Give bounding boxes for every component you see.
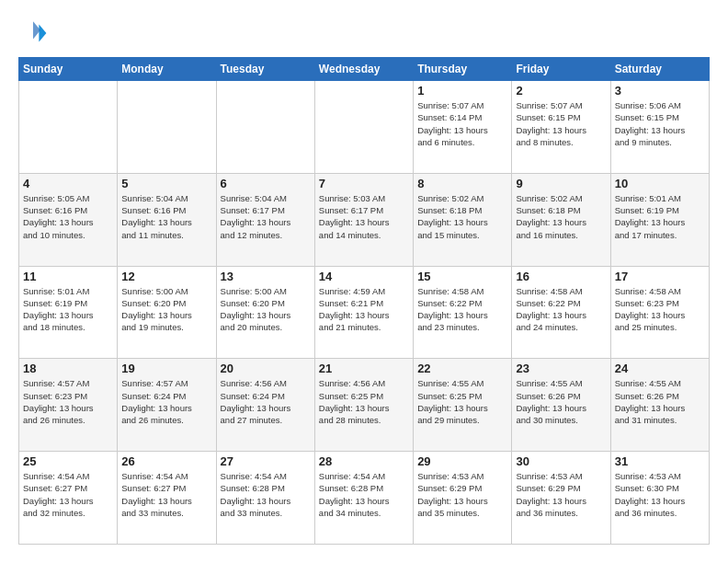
day-number: 5 <box>121 177 211 190</box>
cell-info: Sunrise: 4:55 AM Sunset: 6:26 PM Dayligh… <box>516 377 606 426</box>
calendar-cell <box>216 81 314 174</box>
cell-info: Sunrise: 4:57 AM Sunset: 6:24 PM Dayligh… <box>121 377 211 426</box>
calendar-cell: 27Sunrise: 4:54 AM Sunset: 6:28 PM Dayli… <box>216 452 314 545</box>
day-number: 23 <box>516 362 606 375</box>
day-number: 8 <box>417 177 507 190</box>
calendar-cell: 17Sunrise: 4:58 AM Sunset: 6:23 PM Dayli… <box>610 266 709 359</box>
weekday-header-row: SundayMondayTuesdayWednesdayThursdayFrid… <box>19 58 710 81</box>
svg-marker-0 <box>39 24 46 41</box>
calendar-cell: 2Sunrise: 5:07 AM Sunset: 6:15 PM Daylig… <box>512 81 610 174</box>
page: SundayMondayTuesdayWednesdayThursdayFrid… <box>0 0 728 563</box>
calendar-cell <box>118 81 216 174</box>
day-number: 25 <box>23 454 113 468</box>
calendar-cell: 29Sunrise: 4:53 AM Sunset: 6:29 PM Dayli… <box>414 452 512 545</box>
cell-info: Sunrise: 4:53 AM Sunset: 6:29 PM Dayligh… <box>516 470 606 519</box>
calendar-table: SundayMondayTuesdayWednesdayThursdayFrid… <box>18 57 710 545</box>
calendar-cell: 9Sunrise: 5:02 AM Sunset: 6:18 PM Daylig… <box>512 173 610 266</box>
calendar-cell: 25Sunrise: 4:54 AM Sunset: 6:27 PM Dayli… <box>19 452 118 545</box>
cell-info: Sunrise: 4:56 AM Sunset: 6:24 PM Dayligh… <box>221 377 311 426</box>
day-number: 28 <box>319 454 409 468</box>
cell-info: Sunrise: 4:54 AM Sunset: 6:28 PM Dayligh… <box>319 470 409 519</box>
cell-info: Sunrise: 4:59 AM Sunset: 6:21 PM Dayligh… <box>319 285 409 334</box>
header <box>18 18 710 48</box>
day-number: 15 <box>417 270 507 283</box>
logo-icon <box>18 18 48 48</box>
day-number: 3 <box>615 84 705 98</box>
calendar-week-row: 11Sunrise: 5:01 AM Sunset: 6:19 PM Dayli… <box>19 266 710 359</box>
weekday-header-saturday: Saturday <box>610 58 709 81</box>
day-number: 26 <box>121 454 211 468</box>
day-number: 22 <box>417 362 507 375</box>
calendar-cell: 20Sunrise: 4:56 AM Sunset: 6:24 PM Dayli… <box>216 359 314 452</box>
calendar-cell: 23Sunrise: 4:55 AM Sunset: 6:26 PM Dayli… <box>512 359 610 452</box>
day-number: 12 <box>121 270 211 283</box>
cell-info: Sunrise: 4:54 AM Sunset: 6:27 PM Dayligh… <box>23 470 113 519</box>
calendar-week-row: 18Sunrise: 4:57 AM Sunset: 6:23 PM Dayli… <box>19 359 710 452</box>
day-number: 6 <box>221 177 311 190</box>
calendar-week-row: 1Sunrise: 5:07 AM Sunset: 6:14 PM Daylig… <box>19 81 710 174</box>
cell-info: Sunrise: 5:01 AM Sunset: 6:19 PM Dayligh… <box>23 285 113 334</box>
calendar-cell: 31Sunrise: 4:53 AM Sunset: 6:30 PM Dayli… <box>610 452 709 545</box>
cell-info: Sunrise: 4:55 AM Sunset: 6:25 PM Dayligh… <box>417 377 507 426</box>
cell-info: Sunrise: 5:05 AM Sunset: 6:16 PM Dayligh… <box>23 192 113 241</box>
cell-info: Sunrise: 5:02 AM Sunset: 6:18 PM Dayligh… <box>516 192 606 241</box>
cell-info: Sunrise: 4:54 AM Sunset: 6:27 PM Dayligh… <box>121 470 211 519</box>
day-number: 4 <box>23 177 113 190</box>
day-number: 29 <box>417 454 507 468</box>
calendar-cell: 14Sunrise: 4:59 AM Sunset: 6:21 PM Dayli… <box>314 266 413 359</box>
day-number: 30 <box>516 454 606 468</box>
day-number: 24 <box>615 362 705 375</box>
weekday-header-wednesday: Wednesday <box>314 58 413 81</box>
calendar-cell: 15Sunrise: 4:58 AM Sunset: 6:22 PM Dayli… <box>414 266 512 359</box>
calendar-cell: 18Sunrise: 4:57 AM Sunset: 6:23 PM Dayli… <box>19 359 118 452</box>
calendar-cell: 28Sunrise: 4:54 AM Sunset: 6:28 PM Dayli… <box>314 452 413 545</box>
cell-info: Sunrise: 5:06 AM Sunset: 6:15 PM Dayligh… <box>615 99 705 148</box>
weekday-header-sunday: Sunday <box>19 58 118 81</box>
calendar-cell <box>19 81 118 174</box>
day-number: 27 <box>221 454 311 468</box>
calendar-cell: 3Sunrise: 5:06 AM Sunset: 6:15 PM Daylig… <box>610 81 709 174</box>
cell-info: Sunrise: 4:53 AM Sunset: 6:30 PM Dayligh… <box>615 470 705 519</box>
cell-info: Sunrise: 4:58 AM Sunset: 6:23 PM Dayligh… <box>615 285 705 334</box>
cell-info: Sunrise: 5:00 AM Sunset: 6:20 PM Dayligh… <box>121 285 211 334</box>
calendar-week-row: 25Sunrise: 4:54 AM Sunset: 6:27 PM Dayli… <box>19 452 710 545</box>
day-number: 10 <box>615 177 705 190</box>
cell-info: Sunrise: 5:03 AM Sunset: 6:17 PM Dayligh… <box>319 192 409 241</box>
cell-info: Sunrise: 4:54 AM Sunset: 6:28 PM Dayligh… <box>221 470 311 519</box>
cell-info: Sunrise: 4:58 AM Sunset: 6:22 PM Dayligh… <box>516 285 606 334</box>
calendar-cell: 11Sunrise: 5:01 AM Sunset: 6:19 PM Dayli… <box>19 266 118 359</box>
cell-info: Sunrise: 5:04 AM Sunset: 6:17 PM Dayligh… <box>221 192 311 241</box>
calendar-week-row: 4Sunrise: 5:05 AM Sunset: 6:16 PM Daylig… <box>19 173 710 266</box>
weekday-header-monday: Monday <box>118 58 216 81</box>
calendar-cell: 10Sunrise: 5:01 AM Sunset: 6:19 PM Dayli… <box>610 173 709 266</box>
cell-info: Sunrise: 5:01 AM Sunset: 6:19 PM Dayligh… <box>615 192 705 241</box>
cell-info: Sunrise: 5:07 AM Sunset: 6:15 PM Dayligh… <box>516 99 606 148</box>
calendar-cell: 7Sunrise: 5:03 AM Sunset: 6:17 PM Daylig… <box>314 173 413 266</box>
calendar-cell: 21Sunrise: 4:56 AM Sunset: 6:25 PM Dayli… <box>314 359 413 452</box>
calendar-cell: 22Sunrise: 4:55 AM Sunset: 6:25 PM Dayli… <box>414 359 512 452</box>
calendar-cell: 6Sunrise: 5:04 AM Sunset: 6:17 PM Daylig… <box>216 173 314 266</box>
day-number: 31 <box>615 454 705 468</box>
day-number: 1 <box>417 84 507 98</box>
calendar-cell: 1Sunrise: 5:07 AM Sunset: 6:14 PM Daylig… <box>414 81 512 174</box>
calendar-cell: 8Sunrise: 5:02 AM Sunset: 6:18 PM Daylig… <box>414 173 512 266</box>
calendar-cell: 5Sunrise: 5:04 AM Sunset: 6:16 PM Daylig… <box>118 173 216 266</box>
calendar-cell: 30Sunrise: 4:53 AM Sunset: 6:29 PM Dayli… <box>512 452 610 545</box>
day-number: 17 <box>615 270 705 283</box>
calendar-cell: 12Sunrise: 5:00 AM Sunset: 6:20 PM Dayli… <box>118 266 216 359</box>
weekday-header-tuesday: Tuesday <box>216 58 314 81</box>
day-number: 7 <box>319 177 409 190</box>
calendar-cell: 4Sunrise: 5:05 AM Sunset: 6:16 PM Daylig… <box>19 173 118 266</box>
cell-info: Sunrise: 4:53 AM Sunset: 6:29 PM Dayligh… <box>417 470 507 519</box>
cell-info: Sunrise: 4:58 AM Sunset: 6:22 PM Dayligh… <box>417 285 507 334</box>
calendar-cell: 16Sunrise: 4:58 AM Sunset: 6:22 PM Dayli… <box>512 266 610 359</box>
calendar-cell: 26Sunrise: 4:54 AM Sunset: 6:27 PM Dayli… <box>118 452 216 545</box>
day-number: 2 <box>516 84 606 98</box>
cell-info: Sunrise: 4:57 AM Sunset: 6:23 PM Dayligh… <box>23 377 113 426</box>
day-number: 14 <box>319 270 409 283</box>
cell-info: Sunrise: 5:02 AM Sunset: 6:18 PM Dayligh… <box>417 192 507 241</box>
calendar-cell <box>314 81 413 174</box>
cell-info: Sunrise: 5:00 AM Sunset: 6:20 PM Dayligh… <box>221 285 311 334</box>
calendar-cell: 13Sunrise: 5:00 AM Sunset: 6:20 PM Dayli… <box>216 266 314 359</box>
day-number: 20 <box>221 362 311 375</box>
